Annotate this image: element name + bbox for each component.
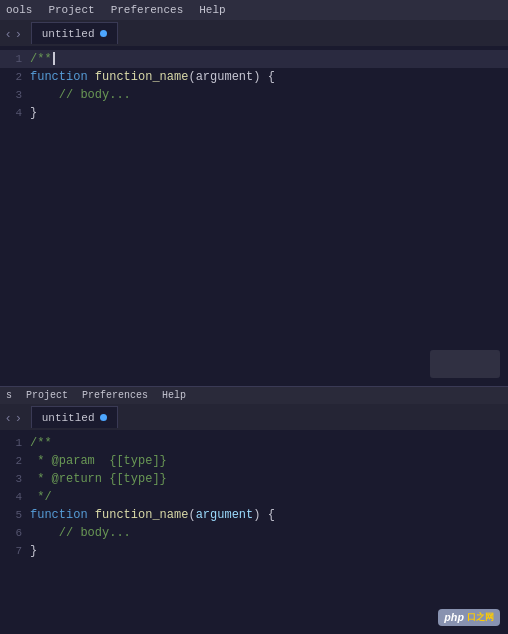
menu-project[interactable]: Project	[46, 4, 96, 16]
bottom-line-num-4: 4	[0, 488, 30, 506]
divider-menu-preferences[interactable]: Preferences	[80, 390, 150, 401]
line-num-4: 4	[0, 104, 30, 122]
top-watermark	[430, 350, 500, 378]
bottom-tab-modified-dot	[100, 414, 107, 421]
code-line-2: 2 function function_name(argument) {	[0, 68, 508, 86]
top-tab-label: untitled	[42, 28, 95, 40]
bottom-line-num-6: 6	[0, 524, 30, 542]
menu-tools[interactable]: ools	[4, 4, 34, 16]
bottom-line-content-7: }	[30, 542, 37, 560]
menu-preferences[interactable]: Preferences	[109, 4, 186, 16]
nav-arrows: ‹ ›	[4, 27, 23, 40]
bottom-line-num-2: 2	[0, 452, 30, 470]
divider-menu-help[interactable]: Help	[160, 390, 188, 401]
menu-help[interactable]: Help	[197, 4, 227, 16]
bottom-code-line-3: 3 * @return {[type]}	[0, 470, 508, 488]
bottom-tab-bar: ‹ › untitled	[0, 404, 508, 430]
line-content-1: /**	[30, 50, 55, 68]
php-badge: php 口之网	[438, 609, 500, 626]
php-badge-text: php	[444, 612, 464, 624]
bottom-line-content-3: * @return {[type]}	[30, 470, 167, 488]
bottom-editor-area[interactable]: 1 /** 2 * @param {[type]} 3 * @return {[…	[0, 430, 508, 634]
code-line-1: 1 /**	[0, 50, 508, 68]
bottom-tab[interactable]: untitled	[31, 406, 118, 428]
line-content-4: }	[30, 104, 37, 122]
bottom-forward-arrow[interactable]: ›	[14, 411, 22, 424]
bottom-code-line-4: 4 */	[0, 488, 508, 506]
top-tab-modified-dot	[100, 30, 107, 37]
bottom-line-content-6: // body...	[30, 524, 131, 542]
top-panel: ools Project Preferences Help ‹ › untitl…	[0, 0, 508, 386]
line-num-3: 3	[0, 86, 30, 104]
divider-menubar: s Project Preferences Help	[0, 386, 508, 404]
bottom-line-content-2: * @param {[type]}	[30, 452, 167, 470]
line-num-1: 1	[0, 50, 30, 68]
bottom-line-content-4: */	[30, 488, 52, 506]
bottom-line-num-3: 3	[0, 470, 30, 488]
bottom-code-line-6: 6 // body...	[0, 524, 508, 542]
bottom-panel: ‹ › untitled 1 /** 2 * @param {[type]} 3…	[0, 404, 508, 634]
line-content-2: function function_name(argument) {	[30, 68, 275, 86]
top-tab[interactable]: untitled	[31, 22, 118, 44]
top-tab-bar: ‹ › untitled	[0, 20, 508, 46]
code-line-3: 3 // body...	[0, 86, 508, 104]
bottom-code-line-5: 5 function function_name(argument) {	[0, 506, 508, 524]
bottom-line-content-5: function function_name(argument) {	[30, 506, 275, 524]
line-num-2: 2	[0, 68, 30, 86]
back-arrow[interactable]: ‹	[4, 27, 12, 40]
top-editor-area[interactable]: 1 /** 2 function function_name(argument)…	[0, 46, 508, 386]
bottom-code-line-1: 1 /**	[0, 434, 508, 452]
forward-arrow[interactable]: ›	[14, 27, 22, 40]
php-site-text: 口之网	[467, 611, 494, 624]
top-menubar: ools Project Preferences Help	[0, 0, 508, 20]
divider-menu-project[interactable]: Project	[24, 390, 70, 401]
bottom-back-arrow[interactable]: ‹	[4, 411, 12, 424]
bottom-nav-arrows: ‹ ›	[4, 411, 23, 424]
bottom-code-line-2: 2 * @param {[type]}	[0, 452, 508, 470]
line-content-3: // body...	[30, 86, 131, 104]
bottom-line-num-7: 7	[0, 542, 30, 560]
bottom-code-line-7: 7 }	[0, 542, 508, 560]
bottom-tab-label: untitled	[42, 412, 95, 424]
bottom-line-content-1: /**	[30, 434, 52, 452]
bottom-line-num-5: 5	[0, 506, 30, 524]
code-line-4: 4 }	[0, 104, 508, 122]
divider-menu-s[interactable]: s	[4, 390, 14, 401]
bottom-line-num-1: 1	[0, 434, 30, 452]
